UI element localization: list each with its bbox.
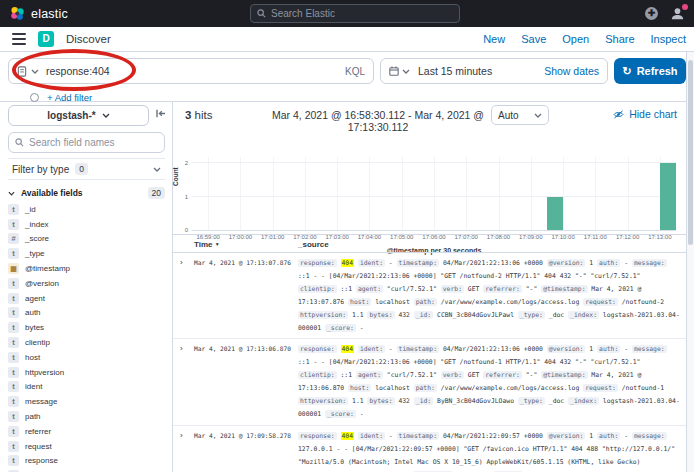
elastic-logo-icon [10, 6, 25, 21]
field-item-ident[interactable]: tident [8, 380, 168, 395]
field-type-string-icon: t [8, 426, 19, 437]
hits-count: 3 hits [185, 109, 213, 121]
source-value: - [624, 345, 628, 353]
expand-row-icon[interactable]: › [180, 259, 183, 267]
global-header: elastic Search Elastic ✚ [0, 0, 694, 27]
query-input[interactable]: response:404 KQL [8, 58, 374, 84]
help-icon[interactable]: ✚ [645, 7, 658, 20]
histogram-bar[interactable] [660, 163, 676, 230]
date-picker[interactable]: Last 15 minutes Show dates [380, 58, 608, 84]
field-item-httpversion[interactable]: thttpversion [8, 365, 168, 380]
y-tick-label: 2 [173, 160, 188, 166]
time-range-label[interactable]: Last 15 minutes [418, 65, 492, 77]
available-fields-header[interactable]: Available fields 20 [8, 186, 165, 200]
refresh-icon: ↻ [622, 65, 631, 78]
field-item-version[interactable]: t@version [8, 276, 168, 291]
field-item-index[interactable]: t_index [8, 217, 168, 232]
source-field-badge: _index: [568, 311, 599, 319]
field-item-host[interactable]: thost [8, 350, 168, 365]
field-name: httpversion [25, 368, 64, 377]
user-avatar[interactable] [670, 6, 686, 22]
source-value: 1 [589, 259, 593, 267]
source-field-badge: timestamp: [397, 345, 439, 353]
source-field-badge: auth: [597, 345, 620, 353]
field-name: bytes [25, 323, 44, 332]
table-header: Time ▼ _source [173, 234, 687, 253]
field-item-request[interactable]: trequest [8, 439, 168, 454]
field-item-clientip[interactable]: tclientip [8, 335, 168, 350]
hide-chart-link[interactable]: Hide chart [613, 108, 677, 120]
source-field-badge: response: [298, 432, 337, 440]
field-name: _index [25, 220, 49, 229]
gridline [466, 157, 467, 230]
field-name: @timestamp [25, 264, 70, 273]
field-item-score[interactable]: #_score [8, 232, 168, 247]
collapse-sidebar-icon[interactable] [156, 109, 166, 118]
row-time: Mar 4, 2021 @ 17:09:58.278 [194, 432, 296, 439]
interval-select[interactable]: Auto [491, 105, 549, 125]
source-value: 1 [589, 345, 593, 353]
field-item-referrer[interactable]: treferrer [8, 424, 168, 439]
source-field-badge: @timestamp: [541, 285, 587, 293]
nav-action-inspect[interactable]: Inspect [651, 33, 686, 45]
field-item-id[interactable]: t_id [8, 202, 168, 217]
table-body: ›Mar 4, 2021 @ 17:13:07.876response: 404… [173, 253, 687, 472]
row-source: response: 404 ident: - timestamp: 04/Mar… [298, 343, 681, 420]
field-search-input[interactable]: Search field names [8, 132, 165, 153]
field-name: clientip [25, 338, 50, 347]
column-header-source[interactable]: _source [298, 240, 329, 249]
source-field-badge: host: [348, 384, 371, 392]
source-value: - [624, 259, 628, 267]
y-tick-label: 1 [173, 194, 188, 200]
query-language-button[interactable]: KQL [345, 66, 365, 77]
nav-action-new[interactable]: New [483, 33, 505, 45]
field-item-timestamp[interactable]: ttimestamp [8, 468, 168, 472]
histogram-bar[interactable] [547, 197, 563, 231]
query-text[interactable]: response:404 [46, 65, 110, 77]
source-value: 04/Mar/2021:22:13:06 +0000 [443, 259, 543, 267]
fields-sidebar: logstash-* Search field names Filter by … [0, 102, 173, 472]
filter-by-type-button[interactable]: Filter by type 0 [8, 158, 165, 180]
field-name: agent [25, 294, 45, 303]
expand-row-icon[interactable]: › [180, 432, 183, 440]
source-value: 127.0.0.1 - - [04/Mar/2021:22:09:57 +000… [298, 445, 675, 472]
chevron-down-icon [402, 69, 410, 74]
source-field-badge: auth: [597, 259, 620, 267]
nav-action-save[interactable]: Save [521, 33, 546, 45]
field-item-path[interactable]: tpath [8, 409, 168, 424]
gridline [337, 157, 338, 230]
field-item-bytes[interactable]: tbytes [8, 320, 168, 335]
show-dates-link[interactable]: Show dates [544, 65, 599, 77]
column-header-time[interactable]: Time ▼ [194, 240, 220, 249]
global-search-input[interactable]: Search Elastic [250, 4, 460, 23]
chevron-down-icon [102, 113, 110, 118]
source-value: - [389, 432, 393, 440]
source-value: 04/Mar/2021:22:13:06 +0000 [443, 345, 543, 353]
index-pattern-select[interactable]: logstash-* [8, 105, 149, 126]
field-type-string-icon: t [8, 204, 19, 215]
field-item-timestamp[interactable]: ▦@timestamp [8, 261, 168, 276]
scrollbar[interactable] [686, 52, 694, 472]
field-item-auth[interactable]: tauth [8, 306, 168, 321]
saved-query-icon[interactable] [17, 66, 27, 77]
field-item-message[interactable]: tmessage [8, 394, 168, 409]
refresh-button[interactable]: ↻ Refresh [614, 58, 686, 84]
filter-menu-icon[interactable] [30, 93, 39, 102]
nav-action-open[interactable]: Open [562, 33, 589, 45]
source-field-badge: auth: [597, 432, 620, 440]
field-item-agent[interactable]: tagent [8, 291, 168, 306]
field-type-number-icon: # [8, 233, 19, 244]
source-value: GET [468, 285, 480, 293]
gridline [595, 157, 596, 230]
field-item-type[interactable]: t_type [8, 246, 168, 261]
histogram-chart: Count 012 16:59:0017:00:0017:01:0017:02:… [173, 128, 687, 234]
menu-icon[interactable] [12, 33, 26, 45]
scrollbar-thumb[interactable] [688, 60, 693, 245]
field-item-response[interactable]: tresponse [8, 454, 168, 469]
source-field-badge: @version: [547, 432, 586, 440]
expand-row-icon[interactable]: › [180, 345, 183, 353]
nav-action-share[interactable]: Share [605, 33, 634, 45]
source-field-badge: timestamp: [397, 432, 439, 440]
source-field-badge: message: [632, 345, 667, 353]
add-filter-link[interactable]: + Add filter [47, 92, 92, 103]
